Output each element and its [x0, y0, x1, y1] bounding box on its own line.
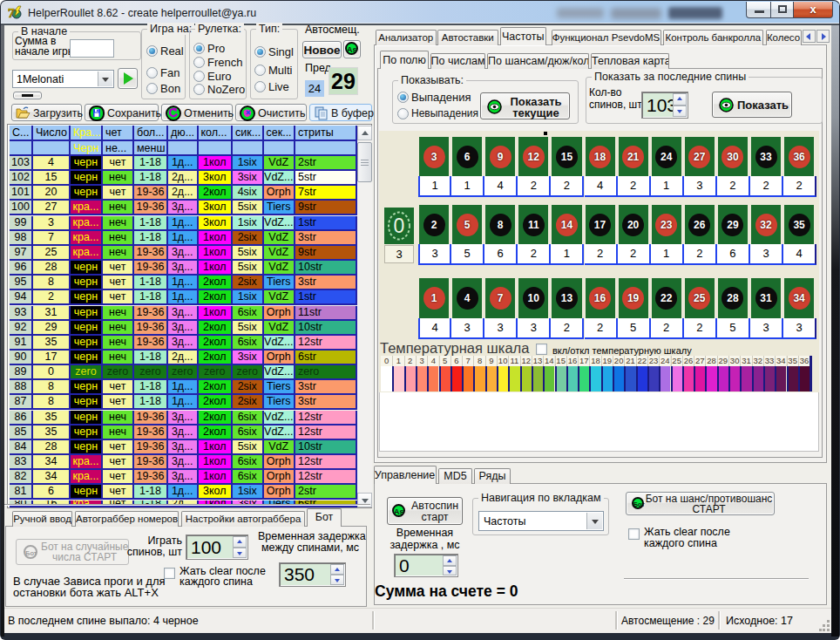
- svg-text:0: 0: [394, 214, 405, 237]
- svg-text:7: 7: [8, 6, 15, 20]
